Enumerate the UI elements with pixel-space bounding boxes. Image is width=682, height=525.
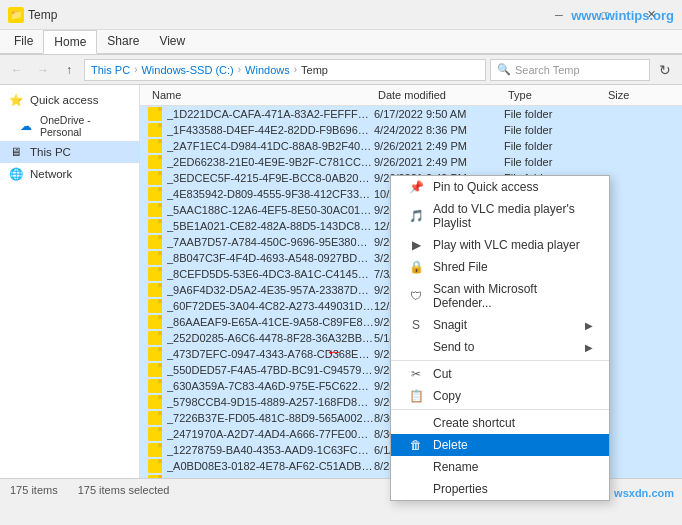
onedrive-label: OneDrive - Personal bbox=[40, 114, 131, 138]
file-type: File folder bbox=[504, 140, 604, 152]
refresh-button[interactable]: ↻ bbox=[654, 59, 676, 81]
folder-icon bbox=[148, 123, 162, 137]
context-menu-item-pin-to-quick-access[interactable]: 📌 Pin to Quick access bbox=[391, 176, 609, 198]
file-name: _avast_ bbox=[167, 476, 206, 478]
path-part-2[interactable]: Windows bbox=[245, 64, 290, 76]
window-title: Temp bbox=[28, 8, 57, 22]
file-list-header: Name Date modified Type Size bbox=[140, 85, 682, 106]
ribbon-tabs: File Home Share View bbox=[0, 30, 682, 54]
context-menu: 📌 Pin to Quick access 🎵 Add to VLC media… bbox=[390, 175, 610, 501]
file-name: _630A359A-7C83-4A6D-975E-F5C622F88E81 bbox=[167, 380, 374, 392]
address-path[interactable]: This PC › Windows-SSD (C:) › Windows › T… bbox=[84, 59, 486, 81]
context-menu-item-snagit[interactable]: S Snagit ▶ bbox=[391, 314, 609, 336]
ribbon: File Home Share View bbox=[0, 30, 682, 55]
file-date: 4/24/2022 8:36 PM bbox=[374, 124, 504, 136]
file-name: _1D221DCA-CAFA-471A-83A2-FEFFFDF32162A bbox=[167, 108, 374, 120]
folder-icon bbox=[148, 427, 162, 441]
sidebar-item-this-pc[interactable]: 🖥 This PC bbox=[0, 141, 139, 163]
file-name: _2471970A-A2D7-4AD4-A666-77FE0022D2D0 bbox=[167, 428, 374, 440]
folder-icon bbox=[148, 331, 162, 345]
ctx-item-label: Add to VLC media player's Playlist bbox=[433, 202, 593, 230]
network-label: Network bbox=[30, 168, 72, 180]
submenu-arrow-icon: ▶ bbox=[585, 320, 593, 331]
up-button[interactable]: ↑ bbox=[58, 59, 80, 81]
address-bar: ← → ↑ This PC › Windows-SSD (C:) › Windo… bbox=[0, 55, 682, 85]
ctx-item-label: Send to bbox=[433, 340, 577, 354]
file-name: _4E835942-D809-4555-9F38-412CF33B0930 bbox=[167, 188, 374, 200]
item-count: 175 items bbox=[10, 484, 58, 496]
file-name: _5798CCB4-9D15-4889-A257-168FD894C131 bbox=[167, 396, 374, 408]
file-name: _2ED66238-21E0-4E9E-9B2F-C781CC23604D bbox=[167, 156, 374, 168]
table-row[interactable]: _1D221DCA-CAFA-471A-83A2-FEFFFDF32162A 6… bbox=[140, 106, 682, 122]
file-name: _A0BD08E3-0182-4E78-AF62-C51ADB39738D bbox=[167, 460, 374, 472]
ctx-item-label: Play with VLC media player bbox=[433, 238, 593, 252]
title-bar-left: 📁 Temp bbox=[8, 7, 57, 23]
context-menu-item-play-with-vlc-media-player[interactable]: ▶ Play with VLC media player bbox=[391, 234, 609, 256]
context-menu-item-send-to[interactable]: Send to ▶ bbox=[391, 336, 609, 358]
file-name: _5AAC188C-12A6-4EF5-8E50-30AC010BCA14 bbox=[167, 204, 374, 216]
ctx-item-label: Pin to Quick access bbox=[433, 180, 593, 194]
path-part-0[interactable]: This PC bbox=[91, 64, 130, 76]
file-name: _5BE1A021-CE82-482A-88D5-143DC88E02DD bbox=[167, 220, 374, 232]
ctx-item-label: Create shortcut bbox=[433, 416, 593, 430]
submenu-arrow-icon: ▶ bbox=[585, 342, 593, 353]
file-name: _2A7F1EC4-D984-41DC-88A8-9B2F4037C2C6 bbox=[167, 140, 374, 152]
tab-home[interactable]: Home bbox=[43, 30, 97, 54]
folder-icon bbox=[148, 187, 162, 201]
col-size[interactable]: Size bbox=[604, 87, 674, 103]
file-name: _8CEFD5D5-53E6-4DC3-8A1C-C41452237973 bbox=[167, 268, 374, 280]
file-name: _3EDCEC5F-4215-4F9E-BCC8-0AB208E154E8 bbox=[167, 172, 374, 184]
sidebar-item-network[interactable]: 🌐 Network bbox=[0, 163, 139, 185]
ctx-item-icon: ✂ bbox=[407, 367, 425, 381]
folder-icon bbox=[148, 283, 162, 297]
tab-view[interactable]: View bbox=[149, 30, 195, 53]
table-row[interactable]: _1F433588-D4EF-44E2-82DD-F9B696F3D63B 4/… bbox=[140, 122, 682, 138]
context-menu-item-create-shortcut[interactable]: Create shortcut bbox=[391, 412, 609, 434]
context-menu-item-shred-file[interactable]: 🔒 Shred File bbox=[391, 256, 609, 278]
path-sep-1: › bbox=[238, 64, 241, 75]
folder-icon bbox=[148, 203, 162, 217]
col-name[interactable]: Name bbox=[148, 87, 374, 103]
context-menu-item-scan-with-microsoft-defender[interactable]: 🛡 Scan with Microsoft Defender... bbox=[391, 278, 609, 314]
file-date: 9/26/2021 2:49 PM bbox=[374, 156, 504, 168]
col-date[interactable]: Date modified bbox=[374, 87, 504, 103]
folder-icon bbox=[148, 251, 162, 265]
quick-access-label: Quick access bbox=[30, 94, 98, 106]
sidebar: ⭐ Quick access ☁ OneDrive - Personal 🖥 T… bbox=[0, 85, 140, 478]
context-menu-item-cut[interactable]: ✂ Cut bbox=[391, 363, 609, 385]
file-name: _1F433588-D4EF-44E2-82DD-F9B696F3D63B bbox=[167, 124, 374, 136]
folder-icon bbox=[148, 347, 162, 361]
folder-icon bbox=[148, 315, 162, 329]
ctx-item-label: Properties bbox=[433, 482, 593, 496]
context-menu-separator bbox=[391, 409, 609, 410]
tab-file[interactable]: File bbox=[4, 30, 43, 53]
context-menu-item-delete[interactable]: 🗑 Delete bbox=[391, 434, 609, 456]
folder-icon bbox=[148, 107, 162, 121]
sidebar-item-onedrive[interactable]: ☁ OneDrive - Personal bbox=[0, 111, 139, 141]
context-menu-item-rename[interactable]: Rename bbox=[391, 456, 609, 478]
path-part-3[interactable]: Temp bbox=[301, 64, 328, 76]
sidebar-item-quick-access[interactable]: ⭐ Quick access bbox=[0, 89, 139, 111]
search-box[interactable]: 🔍 Search Temp bbox=[490, 59, 650, 81]
context-menu-item-add-to-vlc-media-players-playlist[interactable]: 🎵 Add to VLC media player's Playlist bbox=[391, 198, 609, 234]
ctx-item-icon: S bbox=[407, 318, 425, 332]
folder-icon bbox=[148, 443, 162, 457]
context-menu-item-properties[interactable]: Properties bbox=[391, 478, 609, 500]
ctx-item-label: Snagit bbox=[433, 318, 577, 332]
context-menu-item-copy[interactable]: 📋 Copy bbox=[391, 385, 609, 407]
path-part-1[interactable]: Windows-SSD (C:) bbox=[141, 64, 233, 76]
col-type[interactable]: Type bbox=[504, 87, 604, 103]
path-sep-2: › bbox=[294, 64, 297, 75]
back-button[interactable]: ← bbox=[6, 59, 28, 81]
folder-icon bbox=[148, 363, 162, 377]
forward-button[interactable]: → bbox=[32, 59, 54, 81]
ctx-item-icon: 🗑 bbox=[407, 438, 425, 452]
file-name: _9A6F4D32-D5A2-4E35-957A-23387D4EF0D9 bbox=[167, 284, 374, 296]
ctx-item-label: Shred File bbox=[433, 260, 593, 274]
table-row[interactable]: _2ED66238-21E0-4E9E-9B2F-C781CC23604D 9/… bbox=[140, 154, 682, 170]
folder-icon bbox=[148, 411, 162, 425]
file-name: _86AAEAF9-E65A-41CE-9A58-C89FE8F22839 bbox=[167, 316, 374, 328]
tab-share[interactable]: Share bbox=[97, 30, 149, 53]
selected-count: 175 items selected bbox=[78, 484, 170, 496]
table-row[interactable]: _2A7F1EC4-D984-41DC-88A8-9B2F4037C2C6 9/… bbox=[140, 138, 682, 154]
